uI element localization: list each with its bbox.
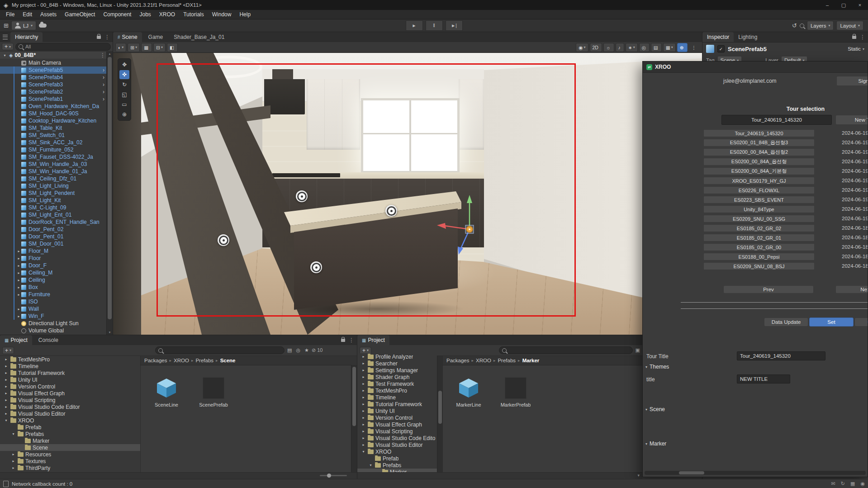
hierarchy-item[interactable]: SM_Fauset_DSS-4022_Ja [0, 153, 107, 161]
folder-item[interactable]: ▸ Resources [0, 451, 140, 458]
folder-item[interactable]: ▸ Shader Graph [357, 374, 437, 380]
move-tool[interactable]: ✜ [119, 70, 129, 79]
expander-icon[interactable]: ▸ [16, 307, 21, 311]
create-asset-button[interactable]: +▾ [2, 347, 14, 354]
scene-options-icon[interactable]: ⋮ [100, 52, 105, 58]
folder-item[interactable]: ▸ Textures [0, 458, 140, 464]
folder-item[interactable]: ▸ Visual Scripting [0, 397, 140, 403]
hierarchy-item[interactable]: SM_Light_Ent_01 [0, 211, 107, 218]
tour-item-button[interactable]: ES0226_FLOWXL [703, 186, 815, 194]
hierarchy-item[interactable]: SM_C-Light_09 [0, 204, 107, 211]
maximize-button[interactable]: ▢ [835, 0, 852, 10]
folder-item[interactable]: ▸ Settings Manager [357, 367, 437, 374]
tour-item-button[interactable]: ES0209_SNU_08_BSJ [703, 262, 815, 270]
panel-options-icon[interactable]: ▣ [636, 347, 640, 353]
footer-dropdown-icon[interactable]: ▾ [637, 473, 640, 478]
folder-item[interactable]: Marker [0, 437, 140, 444]
folder-item[interactable]: ▸ Unity UI [357, 407, 437, 414]
hierarchy-item[interactable]: SM_Ceiling_Dfz_01 [0, 175, 107, 182]
tour-item-button[interactable]: ES0209_SNU_00_SSG [703, 215, 815, 223]
expander-icon[interactable]: ▸ [361, 443, 366, 447]
project-search-input[interactable] [155, 346, 285, 354]
view-tab[interactable]: # Scene [113, 32, 142, 42]
tour-item-button[interactable]: XROO_ES0179_HY_GJ [703, 177, 815, 185]
folder-item[interactable]: ▸ Visual Studio Editor [0, 410, 140, 417]
inspector-tab[interactable]: Lighting [734, 32, 762, 42]
hierarchy-item[interactable]: ▸ Box [0, 284, 107, 291]
asset-preview-icon[interactable]: ▤ [287, 347, 292, 353]
measure-tool-toggle[interactable]: ◧ [167, 43, 178, 52]
scene-marker[interactable] [310, 261, 322, 273]
expander-icon[interactable]: ▸ [4, 371, 9, 375]
labels-icon[interactable]: ◎ [296, 347, 300, 353]
panel-tab[interactable]: ▦Project [0, 335, 32, 345]
tour-item-button[interactable]: ES0185_02_GR_02 [703, 224, 815, 232]
expander-icon[interactable]: ▸ [16, 314, 21, 318]
tab-hierarchy[interactable]: Hierarchy [10, 32, 43, 42]
breadcrumb-item[interactable]: XROO▸ [476, 358, 498, 363]
folder-item[interactable]: ▸ Test Framework [357, 380, 437, 387]
expander-icon[interactable]: ▸ [4, 405, 9, 409]
expander-icon[interactable]: ▸ [16, 271, 21, 275]
hierarchy-item[interactable]: SM_Light_Pendent [0, 190, 107, 197]
gizmos-dropdown[interactable]: ▦▾ [663, 43, 676, 52]
pause-button[interactable]: ‖ [426, 20, 443, 31]
folder-item[interactable]: ▸ Visual Studio Editor [357, 441, 437, 448]
asset-item[interactable]: SceneLine [147, 377, 186, 407]
version-history-icon[interactable]: ↺ [792, 22, 797, 29]
active-checkbox[interactable]: ✓ [717, 45, 725, 52]
breadcrumb-item[interactable]: Prefabs▸ [498, 358, 522, 363]
grid-settings-dropdown[interactable]: ⊞▾ [128, 43, 140, 52]
thumbnail-size-slider[interactable] [320, 475, 347, 476]
expander-icon[interactable]: ▸ [4, 378, 9, 382]
expander-icon[interactable]: ▸ [361, 422, 366, 426]
panel-tab[interactable]: Console [32, 335, 63, 345]
menu-item[interactable]: Window [208, 10, 236, 19]
project-search-input[interactable] [499, 346, 633, 354]
hierarchy-item[interactable]: SM_Light_Living [0, 182, 107, 190]
tour-item-button[interactable]: ES0223_SBS_EVENT [703, 196, 815, 204]
folder-item[interactable]: ▾ Prefabs [0, 431, 140, 437]
prefab-open-arrow[interactable]: › [100, 81, 107, 88]
activity-indicator-icon[interactable]: ◉ [860, 481, 865, 487]
hierarchy-item[interactable]: ScenePrefab5 › [0, 66, 107, 74]
hierarchy-item[interactable]: ISO [0, 298, 107, 305]
hierarchy-item[interactable]: Main Camera [0, 59, 107, 66]
minimize-button[interactable]: – [819, 0, 835, 10]
lock-icon[interactable] [341, 339, 345, 342]
xroo-overlay-toggle[interactable]: ⊕ [677, 43, 688, 52]
lock-icon[interactable] [852, 36, 856, 39]
menu-item[interactable]: Help [235, 10, 255, 19]
2d-view-toggle[interactable]: 2D [590, 43, 602, 52]
asset-item[interactable]: MarkerLine [449, 377, 488, 407]
hierarchy-item[interactable]: Oven_Hardware_Kitchen_Da [0, 103, 107, 110]
slider-knob[interactable] [327, 474, 331, 478]
folder-item[interactable]: ▸ Version Control [357, 414, 437, 421]
collapse-icon[interactable]: ▾ [2, 53, 7, 57]
transform-tool[interactable]: ⊕ [119, 110, 129, 119]
mode-button[interactable]: Data Update [764, 317, 808, 327]
folder-item[interactable]: ▸ Visual Studio Code Editor [0, 403, 140, 410]
hierarchy-item[interactable]: SM_Hood_DAC-90S [0, 110, 107, 117]
hierarchy-item[interactable]: SM_Table_Kit [0, 124, 107, 132]
expander-icon[interactable]: ▸ [11, 452, 16, 456]
breadcrumb-item[interactable]: Packages▸ [446, 358, 476, 363]
tour-item-button[interactable]: ES0185_02_GR_01 [703, 234, 815, 242]
tour-item-button[interactable]: ES0200_00_84A_옵션형2 [703, 148, 815, 156]
tour-item-button[interactable]: Unity_84Type [703, 205, 815, 213]
lock-icon[interactable] [97, 36, 101, 39]
folder-item[interactable]: ▾ XROO [357, 448, 437, 455]
component-selection-toggle[interactable]: ▤ [651, 43, 662, 52]
step-button[interactable]: ►| [446, 20, 463, 31]
prev-page-button[interactable]: Prev [723, 285, 814, 294]
asset-item[interactable]: ScenePrefab [194, 377, 233, 407]
scene-marker[interactable] [218, 234, 229, 246]
folder-item[interactable]: ▸ TextMeshPro [357, 387, 437, 394]
tour-item-button[interactable]: ES0200_01_84B_옵션형3 [703, 139, 815, 147]
xroo-horizontal-scrollbar[interactable] [645, 471, 866, 475]
expander-icon[interactable]: ▾ [361, 450, 366, 454]
view-tab[interactable]: Shader_Base_Ja_01 [167, 32, 229, 42]
expander-icon[interactable]: ▸ [16, 278, 21, 282]
scene-effects-dropdown[interactable]: ∗▾ [626, 43, 638, 52]
folder-item[interactable]: Prefab [357, 455, 437, 462]
